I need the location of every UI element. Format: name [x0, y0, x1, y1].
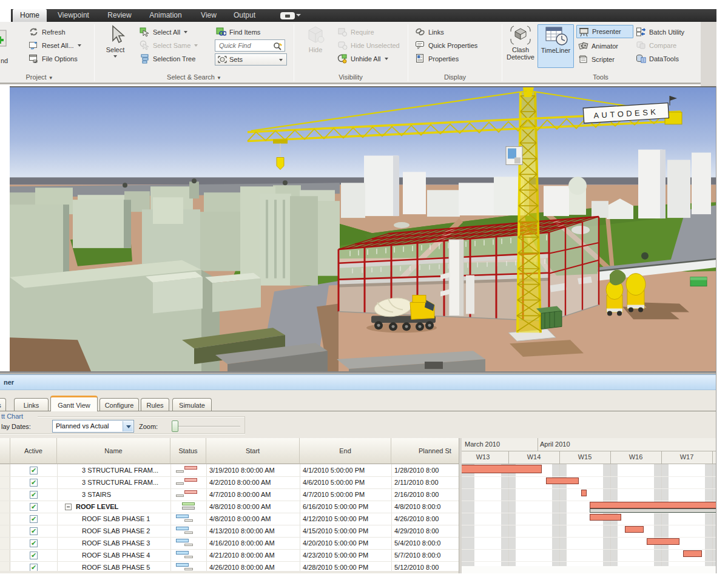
- status-cell: [172, 476, 206, 488]
- file-options-button[interactable]: File Options: [29, 52, 78, 65]
- datatools-button[interactable]: DataTools: [636, 52, 679, 65]
- table-row[interactable]: ROOF SLAB PHASE 24/13/2010 8:00:00 AM4/1…: [0, 525, 459, 537]
- status-cell: [172, 488, 206, 501]
- gantt-bar-planned[interactable]: [590, 508, 716, 513]
- reset-all-label: Reset All...: [42, 42, 74, 49]
- table-row[interactable]: ROOF SLAB PHASE 34/16/2010 8:00:00 AM4/2…: [0, 537, 459, 549]
- zoom-slider-track[interactable]: [172, 426, 240, 427]
- combo-dropdown-icon[interactable]: [123, 421, 133, 431]
- sets-label: Sets: [229, 56, 243, 63]
- batch-utility-icon: [636, 27, 646, 37]
- ribbon-tab-review[interactable]: Review: [101, 9, 138, 22]
- header-status[interactable]: Status: [170, 438, 206, 464]
- table-row[interactable]: ROOF SLAB PHASE 44/21/2010 8:00:00 AM4/2…: [0, 549, 459, 561]
- animator-label: Animator: [592, 42, 618, 50]
- quick-find-input[interactable]: Quick Find: [215, 39, 285, 52]
- header-start[interactable]: Start: [206, 438, 300, 464]
- links-button[interactable]: Links: [415, 25, 444, 38]
- table-row[interactable]: 3 STRUCTURAL FRAM...4/2/2010 8:00:00 AM4…: [0, 476, 459, 488]
- gantt-bar-actual[interactable]: [462, 465, 542, 473]
- ribbon-tab-home[interactable]: Home: [13, 9, 47, 22]
- gantt-bar-actual[interactable]: [647, 538, 679, 545]
- sets-caret: [279, 59, 283, 61]
- active-checkbox[interactable]: [30, 564, 38, 572]
- gantt-row-gridline: [462, 525, 716, 525]
- active-checkbox[interactable]: [30, 527, 38, 535]
- status-cell: [172, 537, 206, 549]
- tab-configure[interactable]: Configure: [99, 398, 139, 411]
- presenter-label: Presenter: [592, 28, 621, 35]
- selection-tree-button[interactable]: Selection Tree: [140, 52, 195, 65]
- ribbon-tab-view[interactable]: View: [194, 9, 224, 22]
- table-row[interactable]: 3 STAIRS4/7/2010 8:00:00 AM4/7/2010 5:00…: [0, 488, 459, 501]
- batch-utility-button[interactable]: Batch Utility: [636, 25, 684, 38]
- display-group-label: Display: [419, 73, 491, 83]
- zoom-slider-thumb[interactable]: [172, 420, 178, 432]
- append-button-clipped[interactable]: nd: [0, 24, 10, 80]
- gantt-bar-actual[interactable]: [590, 502, 716, 508]
- timeliner-button[interactable]: TimeLiner: [538, 24, 574, 68]
- select-button[interactable]: Select: [98, 24, 132, 58]
- hide-unselected-button: Hide Unselected: [337, 39, 400, 52]
- reset-all-caret: [78, 44, 81, 47]
- render-style-icon[interactable]: [280, 12, 295, 19]
- ribbon-tab-output[interactable]: Output: [227, 9, 262, 22]
- active-checkbox[interactable]: [30, 539, 38, 547]
- animator-button[interactable]: Animator: [578, 39, 618, 52]
- ribbon-tab-viewpoint[interactable]: Viewpoint: [53, 9, 93, 22]
- table-row[interactable]: 3 STRUCTURAL FRAM...3/19/2010 8:00:00 AM…: [0, 464, 459, 476]
- active-checkbox[interactable]: [30, 491, 38, 499]
- status-cell: [172, 561, 206, 571]
- collapse-expander-icon[interactable]: [65, 504, 72, 510]
- table-row[interactable]: ROOF SLAB PHASE 54/26/2010 8:00:00 AM4/2…: [0, 561, 459, 571]
- gantt-chart[interactable]: March 2010April 2010 W13W14W15W16W17: [462, 438, 716, 577]
- zoom-label: Zoom:: [139, 423, 158, 430]
- display-dates-select[interactable]: Planned vs Actual: [52, 420, 134, 433]
- header-end[interactable]: End: [300, 438, 391, 464]
- properties-button[interactable]: Properties: [415, 52, 459, 65]
- header-active[interactable]: Active: [10, 438, 57, 464]
- gantt-bar-actual[interactable]: [683, 550, 702, 557]
- ribbon-tab-animation[interactable]: Animation: [143, 9, 189, 22]
- timeliner-title-bar[interactable]: ner: [0, 374, 716, 390]
- presenter-button[interactable]: Presenter: [576, 25, 633, 38]
- quick-find-search-icon[interactable]: [272, 41, 283, 51]
- quick-properties-button[interactable]: Quick Properties: [415, 39, 477, 52]
- reset-all-button[interactable]: Reset All...: [29, 39, 81, 52]
- gantt-bar-actual[interactable]: [581, 490, 587, 496]
- header-planned-start[interactable]: Planned St: [391, 438, 459, 464]
- table-row[interactable]: ROOF LEVEL4/8/2010 8:00:00 AM6/16/2010 5…: [0, 501, 459, 513]
- gantt-month-label: March 2010: [465, 440, 500, 448]
- select-caret: [113, 55, 117, 58]
- active-checkbox[interactable]: [30, 515, 38, 523]
- unhide-all-button[interactable]: Unhide All: [337, 52, 388, 65]
- refresh-button[interactable]: Refresh: [29, 25, 66, 38]
- start-cell: 4/8/2010 8:00:00 AM: [209, 501, 299, 513]
- clash-detective-button[interactable]: Clash Detective: [504, 24, 538, 61]
- select-search-group-label[interactable]: Select & Search ▼: [158, 73, 231, 83]
- find-items-button[interactable]: Find Items: [216, 25, 260, 38]
- table-row[interactable]: ROOF SLAB PHASE 14/8/2010 8:00:00 AM4/12…: [0, 513, 459, 525]
- sets-dropdown[interactable]: Sets: [215, 53, 287, 66]
- tab-simulate[interactable]: Simulate: [172, 398, 212, 411]
- scripter-button[interactable]: Scripter: [578, 53, 615, 66]
- tab-links[interactable]: Links: [14, 398, 49, 411]
- gantt-week-divider: [712, 451, 713, 464]
- gantt-bar-actual[interactable]: [590, 514, 621, 521]
- tab-rules[interactable]: Rules: [141, 398, 169, 411]
- gantt-bar-actual[interactable]: [625, 526, 644, 533]
- active-checkbox[interactable]: [30, 503, 38, 511]
- viewport-3d-scene[interactable]: AUTODESK: [10, 86, 716, 371]
- active-checkbox[interactable]: [30, 552, 38, 559]
- header-name[interactable]: Name: [57, 438, 170, 464]
- tab-tasks-clipped[interactable]: s: [0, 398, 6, 411]
- active-checkbox[interactable]: [30, 479, 38, 487]
- planned-cell: 4/8/2010 8:00:0: [394, 501, 459, 513]
- select-all-button[interactable]: Select All: [140, 25, 187, 38]
- tabbar-dropdown-caret[interactable]: [296, 14, 301, 16]
- gantt-bar-actual[interactable]: [546, 477, 579, 484]
- tab-gantt-view[interactable]: Gantt View: [50, 396, 98, 411]
- append-label-clipped: nd: [1, 57, 8, 64]
- active-checkbox[interactable]: [30, 467, 38, 474]
- project-group-label[interactable]: Project ▼: [3, 73, 76, 83]
